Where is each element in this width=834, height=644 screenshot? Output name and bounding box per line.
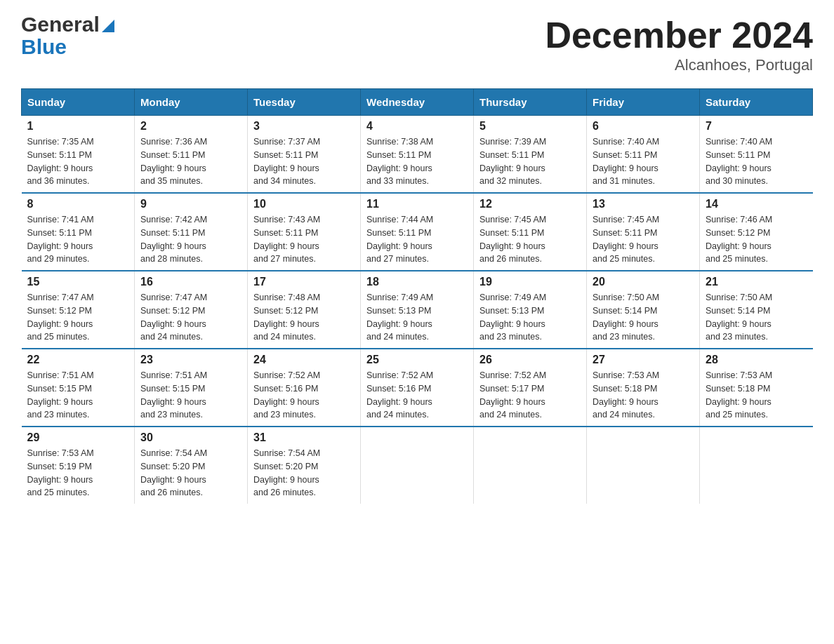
day-number: 22 xyxy=(27,354,129,366)
calendar-cell xyxy=(587,427,700,504)
day-number: 16 xyxy=(140,276,241,288)
day-number: 29 xyxy=(27,431,129,444)
day-info: Sunrise: 7:39 AMSunset: 5:11 PMDaylight:… xyxy=(479,135,581,188)
day-number: 2 xyxy=(140,120,241,133)
day-number: 1 xyxy=(27,120,129,133)
day-info: Sunrise: 7:40 AMSunset: 5:11 PMDaylight:… xyxy=(706,135,807,188)
day-number: 14 xyxy=(706,198,807,210)
calendar-cell: 5Sunrise: 7:39 AMSunset: 5:11 PMDaylight… xyxy=(474,116,587,194)
day-info: Sunrise: 7:44 AMSunset: 5:11 PMDaylight:… xyxy=(366,213,468,266)
day-info: Sunrise: 7:43 AMSunset: 5:11 PMDaylight:… xyxy=(253,213,355,266)
day-info: Sunrise: 7:53 AMSunset: 5:18 PMDaylight:… xyxy=(593,369,694,422)
day-info: Sunrise: 7:53 AMSunset: 5:19 PMDaylight:… xyxy=(27,447,129,499)
day-info: Sunrise: 7:51 AMSunset: 5:15 PMDaylight:… xyxy=(27,369,129,422)
calendar-body: 1Sunrise: 7:35 AMSunset: 5:11 PMDaylight… xyxy=(22,116,813,504)
day-info: Sunrise: 7:42 AMSunset: 5:11 PMDaylight:… xyxy=(140,213,241,266)
week-row-2: 8Sunrise: 7:41 AMSunset: 5:11 PMDaylight… xyxy=(22,193,813,271)
calendar-cell: 16Sunrise: 7:47 AMSunset: 5:12 PMDayligh… xyxy=(135,271,248,349)
location-subtitle: Alcanhoes, Portugal xyxy=(545,56,813,74)
day-info: Sunrise: 7:47 AMSunset: 5:12 PMDaylight:… xyxy=(27,291,129,344)
calendar-cell: 28Sunrise: 7:53 AMSunset: 5:18 PMDayligh… xyxy=(700,349,813,427)
page-header: General Blue December 2024 Alcanhoes, Po… xyxy=(21,14,813,74)
day-info: Sunrise: 7:45 AMSunset: 5:11 PMDaylight:… xyxy=(593,213,694,266)
calendar-cell xyxy=(361,427,474,504)
calendar-cell: 15Sunrise: 7:47 AMSunset: 5:12 PMDayligh… xyxy=(22,271,135,349)
day-number: 17 xyxy=(253,276,355,288)
day-info: Sunrise: 7:35 AMSunset: 5:11 PMDaylight:… xyxy=(27,135,129,188)
calendar-cell: 9Sunrise: 7:42 AMSunset: 5:11 PMDaylight… xyxy=(135,193,248,271)
header-row: SundayMondayTuesdayWednesdayThursdayFrid… xyxy=(22,89,813,116)
calendar-header: SundayMondayTuesdayWednesdayThursdayFrid… xyxy=(22,89,813,116)
day-info: Sunrise: 7:52 AMSunset: 5:16 PMDaylight:… xyxy=(366,369,468,422)
calendar-cell: 31Sunrise: 7:54 AMSunset: 5:20 PMDayligh… xyxy=(248,427,361,504)
day-info: Sunrise: 7:54 AMSunset: 5:20 PMDaylight:… xyxy=(140,447,241,499)
calendar-table: SundayMondayTuesdayWednesdayThursdayFrid… xyxy=(21,88,813,504)
day-info: Sunrise: 7:36 AMSunset: 5:11 PMDaylight:… xyxy=(140,135,241,188)
header-cell-thursday: Thursday xyxy=(474,89,587,116)
month-title: December 2024 xyxy=(545,14,813,56)
day-info: Sunrise: 7:47 AMSunset: 5:12 PMDaylight:… xyxy=(140,291,241,344)
logo-general-text: General xyxy=(21,14,100,35)
day-number: 27 xyxy=(593,354,694,366)
calendar-cell: 13Sunrise: 7:45 AMSunset: 5:11 PMDayligh… xyxy=(587,193,700,271)
title-block: December 2024 Alcanhoes, Portugal xyxy=(545,14,813,74)
day-number: 20 xyxy=(593,276,694,288)
calendar-cell: 1Sunrise: 7:35 AMSunset: 5:11 PMDaylight… xyxy=(22,116,135,194)
calendar-cell: 27Sunrise: 7:53 AMSunset: 5:18 PMDayligh… xyxy=(587,349,700,427)
calendar-cell: 8Sunrise: 7:41 AMSunset: 5:11 PMDaylight… xyxy=(22,193,135,271)
calendar-cell: 4Sunrise: 7:38 AMSunset: 5:11 PMDaylight… xyxy=(361,116,474,194)
day-info: Sunrise: 7:52 AMSunset: 5:17 PMDaylight:… xyxy=(479,369,581,422)
day-info: Sunrise: 7:48 AMSunset: 5:12 PMDaylight:… xyxy=(253,291,355,344)
day-number: 31 xyxy=(253,431,355,444)
day-number: 26 xyxy=(479,354,581,366)
calendar-cell: 14Sunrise: 7:46 AMSunset: 5:12 PMDayligh… xyxy=(700,193,813,271)
day-number: 25 xyxy=(366,354,468,366)
calendar-cell: 26Sunrise: 7:52 AMSunset: 5:17 PMDayligh… xyxy=(474,349,587,427)
calendar-cell: 2Sunrise: 7:36 AMSunset: 5:11 PMDaylight… xyxy=(135,116,248,194)
day-number: 9 xyxy=(140,198,241,210)
day-number: 15 xyxy=(27,276,129,288)
day-number: 13 xyxy=(593,198,694,210)
week-row-1: 1Sunrise: 7:35 AMSunset: 5:11 PMDaylight… xyxy=(22,116,813,194)
calendar-cell: 23Sunrise: 7:51 AMSunset: 5:15 PMDayligh… xyxy=(135,349,248,427)
calendar-cell: 29Sunrise: 7:53 AMSunset: 5:19 PMDayligh… xyxy=(22,427,135,504)
day-info: Sunrise: 7:51 AMSunset: 5:15 PMDaylight:… xyxy=(140,369,241,422)
calendar-cell: 19Sunrise: 7:49 AMSunset: 5:13 PMDayligh… xyxy=(474,271,587,349)
day-number: 21 xyxy=(706,276,807,288)
calendar-cell: 10Sunrise: 7:43 AMSunset: 5:11 PMDayligh… xyxy=(248,193,361,271)
calendar-cell: 18Sunrise: 7:49 AMSunset: 5:13 PMDayligh… xyxy=(361,271,474,349)
day-info: Sunrise: 7:50 AMSunset: 5:14 PMDaylight:… xyxy=(706,291,807,344)
header-cell-monday: Monday xyxy=(135,89,248,116)
header-cell-friday: Friday xyxy=(587,89,700,116)
calendar-cell: 7Sunrise: 7:40 AMSunset: 5:11 PMDaylight… xyxy=(700,116,813,194)
day-info: Sunrise: 7:49 AMSunset: 5:13 PMDaylight:… xyxy=(479,291,581,344)
day-number: 18 xyxy=(366,276,468,288)
day-number: 19 xyxy=(479,276,581,288)
day-number: 4 xyxy=(366,120,468,133)
day-info: Sunrise: 7:49 AMSunset: 5:13 PMDaylight:… xyxy=(366,291,468,344)
calendar-cell xyxy=(474,427,587,504)
header-cell-wednesday: Wednesday xyxy=(361,89,474,116)
calendar-cell: 20Sunrise: 7:50 AMSunset: 5:14 PMDayligh… xyxy=(587,271,700,349)
calendar-cell: 30Sunrise: 7:54 AMSunset: 5:20 PMDayligh… xyxy=(135,427,248,504)
day-number: 24 xyxy=(253,354,355,366)
day-info: Sunrise: 7:53 AMSunset: 5:18 PMDaylight:… xyxy=(706,369,807,422)
day-info: Sunrise: 7:41 AMSunset: 5:11 PMDaylight:… xyxy=(27,213,129,266)
calendar-cell: 6Sunrise: 7:40 AMSunset: 5:11 PMDaylight… xyxy=(587,116,700,194)
logo-blue-text: Blue xyxy=(21,36,67,58)
day-info: Sunrise: 7:37 AMSunset: 5:11 PMDaylight:… xyxy=(253,135,355,188)
day-number: 11 xyxy=(366,198,468,210)
day-info: Sunrise: 7:46 AMSunset: 5:12 PMDaylight:… xyxy=(706,213,807,266)
calendar-cell: 3Sunrise: 7:37 AMSunset: 5:11 PMDaylight… xyxy=(248,116,361,194)
day-number: 10 xyxy=(253,198,355,210)
calendar-cell: 21Sunrise: 7:50 AMSunset: 5:14 PMDayligh… xyxy=(700,271,813,349)
day-info: Sunrise: 7:45 AMSunset: 5:11 PMDaylight:… xyxy=(479,213,581,266)
day-number: 28 xyxy=(706,354,807,366)
calendar-cell: 24Sunrise: 7:52 AMSunset: 5:16 PMDayligh… xyxy=(248,349,361,427)
day-number: 3 xyxy=(253,120,355,133)
day-number: 12 xyxy=(479,198,581,210)
calendar-cell: 12Sunrise: 7:45 AMSunset: 5:11 PMDayligh… xyxy=(474,193,587,271)
logo: General Blue xyxy=(21,14,114,58)
week-row-5: 29Sunrise: 7:53 AMSunset: 5:19 PMDayligh… xyxy=(22,427,813,504)
day-number: 6 xyxy=(593,120,694,133)
